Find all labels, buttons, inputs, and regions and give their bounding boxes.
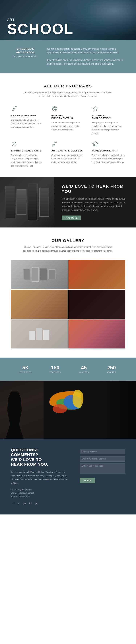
twitter-icon[interactable]: t (17, 502, 21, 506)
hear-title: WE'D LOVE TO HEAR FROM YOU (62, 184, 129, 194)
svg-marker-7 (93, 106, 98, 111)
gallery-cell-4 (68, 290, 125, 319)
pinterest-icon[interactable]: p (34, 502, 38, 506)
wall-frame-3 (28, 184, 38, 220)
gallery-overlay-5 (11, 320, 68, 348)
svg-line-16 (12, 145, 13, 146)
program-desc: Our approach to art making for preschool… (11, 118, 44, 129)
gallery-title: OUR GALLERY (11, 238, 125, 243)
social-icons: f t g+ in p (11, 502, 72, 506)
stat-awards-label: AWARDS (107, 371, 116, 373)
program-advanced: ADVANCED EXPLORATION This program is des… (92, 106, 125, 135)
star-icon (92, 106, 98, 112)
submit-button[interactable]: Submit (80, 478, 95, 483)
googleplus-icon[interactable]: g+ (22, 502, 26, 506)
svg-point-4 (55, 108, 56, 108)
program-name: ADVANCED EXPLORATION (92, 114, 125, 120)
gallery-overlay-3 (11, 290, 68, 319)
gallery-overlay-4 (68, 290, 125, 319)
program-desc: Our homeschool art classes feature a cur… (92, 154, 125, 164)
wall-frame-2 (16, 190, 26, 215)
linkedin-icon[interactable]: in (28, 502, 32, 506)
about-text: We are a leading artistic educational pr… (47, 47, 125, 66)
stat-winners-number: 45 (79, 365, 89, 370)
about-section: CHILDREN'SART SCHOOL ABOUT OUR SCHOOL We… (0, 40, 136, 73)
svg-line-0 (14, 107, 15, 108)
about-title: CHILDREN'SART SCHOOL (11, 47, 40, 54)
gallery-cell-3 (11, 290, 68, 319)
program-desc: Our summer art camps allow kids to explo… (51, 154, 84, 164)
stat-teachers: 150 TEACHERS (50, 365, 61, 373)
splash-yellow (72, 390, 84, 408)
svg-point-3 (54, 107, 55, 108)
gallery-subtitle: The Art Education Section aims at teachi… (23, 245, 113, 253)
about-subtitle: ABOUT OUR SCHOOL (11, 55, 40, 58)
stat-students: 5K STUDENTS (20, 365, 31, 373)
hero-section: ART SCHOOL (0, 0, 136, 40)
contact-address: Our mailing address is: Warwigos Fine Ar… (11, 488, 72, 498)
figure-bg (0, 380, 44, 439)
contact-title: QUESTIONS?COMMENTS?WE'D LOVE TOHEAR FROM… (11, 448, 72, 467)
collage-section (0, 380, 136, 439)
programs-section: ALL OUR PROGRAMS At The Warwigos Fine Ar… (0, 73, 136, 177)
splash-red (52, 404, 67, 413)
program-name: SPRING BREAK CAMPS (11, 149, 44, 152)
programs-subtitle: At The Warwigos Fine Art School we encou… (23, 91, 113, 98)
hear-section: WE'D LOVE TO HEAR FROM YOU The atmospher… (0, 177, 136, 228)
programs-grid: ART EXPLORATION Our approach to art maki… (11, 106, 125, 168)
svg-point-8 (13, 143, 15, 145)
silhouette (6, 392, 24, 439)
svg-point-5 (55, 109, 56, 110)
contact-info: Our hours are from 9:30am to 5:00pm, Tue… (11, 470, 72, 485)
gallery-overlay-6 (68, 320, 125, 348)
wall-art (0, 177, 54, 228)
svg-line-15 (15, 142, 16, 143)
program-name: HOMESCHOOL ART (92, 149, 125, 152)
facebook-icon[interactable]: f (11, 502, 15, 506)
hear-text: The atmosphere is relaxed, fun and socia… (62, 197, 129, 212)
program-desc: This program is designed to develop self… (92, 121, 125, 135)
paintbrush-icon (11, 106, 18, 112)
home-icon (92, 140, 98, 147)
about-left: CHILDREN'SART SCHOOL ABOUT OUR SCHOOL (11, 47, 40, 58)
contact-left: QUESTIONS?COMMENTS?WE'D LOVE TOHEAR FROM… (11, 448, 72, 506)
gallery-cell-1 (11, 260, 68, 289)
stat-teachers-number: 150 (50, 365, 61, 370)
stat-winners-label: WINNERS (79, 371, 89, 373)
gallery-cell-5 (11, 320, 68, 348)
collage-paint (44, 380, 136, 439)
wall-frame-4 (39, 188, 49, 216)
stat-students-label: STUDENTS (20, 371, 31, 373)
svg-rect-18 (94, 144, 96, 146)
message-input[interactable] (80, 463, 125, 474)
program-desc: Our week long school break programs are … (11, 154, 44, 168)
stat-awards: 250 AWARDS (107, 365, 116, 373)
program-art-camps: ART CAMPS & CLASSES Our summer art camps… (51, 140, 84, 168)
collage-figure (0, 380, 44, 439)
program-name: ART CAMPS & CLASSES (51, 149, 84, 152)
program-name: ART EXPLORATION (11, 114, 44, 117)
gallery-overlay-2 (68, 260, 125, 289)
name-input[interactable] (80, 449, 125, 454)
hear-image (0, 177, 54, 228)
programs-title: ALL OUR PROGRAMS (11, 84, 125, 88)
program-fine-art: FINE ART FUNDAMENTALS Structured as a de… (51, 106, 84, 135)
sun-icon (11, 140, 18, 147)
hear-content: WE'D LOVE TO HEAR FROM YOU The atmospher… (54, 177, 136, 228)
svg-line-13 (12, 142, 13, 143)
hero-school-label: SCHOOL (7, 22, 129, 36)
stat-winners: 45 WINNERS (79, 365, 89, 373)
svg-point-2 (53, 108, 54, 108)
stat-awards-number: 250 (107, 365, 116, 370)
dark-overlay (100, 380, 136, 439)
svg-marker-17 (93, 142, 98, 146)
read-more-button[interactable]: READ MORE (62, 216, 81, 220)
contact-section: QUESTIONS?COMMENTS?WE'D LOVE TOHEAR FROM… (0, 439, 136, 514)
program-homeschool: HOMESCHOOL ART Our homeschool art classe… (92, 140, 125, 168)
program-art-exploration: ART EXPLORATION Our approach to art maki… (11, 106, 44, 135)
gallery-overlay-1 (11, 260, 68, 289)
gallery-section: OUR GALLERY The Art Education Section ai… (0, 228, 136, 358)
gallery-grid (11, 260, 125, 348)
svg-point-6 (54, 109, 55, 110)
email-input[interactable] (80, 456, 125, 462)
